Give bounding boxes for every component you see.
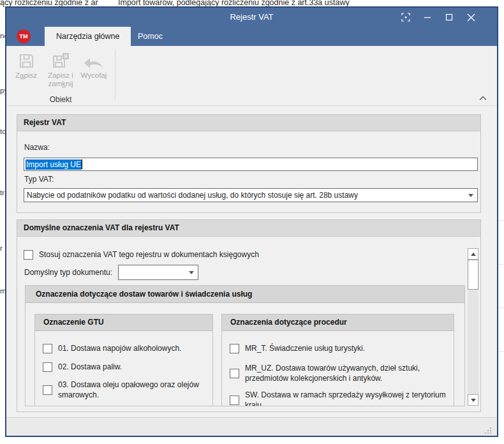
procedure-item-row[interactable]: MR_UZ. Dostawa towarów używanych, dzieł … (230, 363, 448, 383)
stosuj-oznaczenia-checkbox[interactable] (24, 250, 33, 260)
close-button[interactable] (460, 8, 482, 27)
typ-vat-label: Typ VAT: (24, 175, 54, 184)
titlebar[interactable]: Rejestr VAT (6, 8, 497, 27)
resize-grip[interactable] (490, 427, 491, 429)
background-left-strip: ne py to tr r m (0, 0, 5, 444)
text-caret (82, 159, 82, 169)
procedure-item-row[interactable]: MR_T. Świadczenie usług turystyki. (230, 343, 448, 353)
save-and-close-button[interactable]: Zapisz i zamknij (43, 50, 78, 94)
mr-uz-checkbox[interactable] (230, 369, 239, 378)
undo-button[interactable]: Wycofaj (75, 50, 112, 94)
group-rejestr-vat: Rejestr VAT Nazwa: Import usług UE Typ V… (17, 114, 481, 213)
panel-oznaczenia-procedur: Oznaczenia dotyczące procedur MR_T. Świa… (221, 314, 454, 406)
background-text-fragment: to (0, 128, 5, 135)
checkbox-label: 01. Dostawa napojów alkoholowych. (58, 343, 181, 353)
panel-header: Oznaczenia dotyczące procedur (222, 314, 454, 331)
ribbon-tab-row: TM Narzędzia główne Pomoc (6, 27, 497, 46)
save-label: Zapisz (11, 71, 41, 80)
typ-vat-select[interactable]: Nabycie od podatników podatku od wartośc… (24, 188, 478, 202)
panel-oznaczenie-gtu: Oznaczenie GTU 01. Dostawa napojów alkoh… (34, 314, 213, 406)
domyslny-typ-dokumentu-label: Domyślny typ dokumentu: (24, 268, 112, 277)
section-header: Oznaczenia dotyczące dostaw towarów i św… (26, 286, 464, 303)
background-text-fragment: m (0, 287, 5, 295)
scroll-up-button[interactable] (468, 248, 478, 260)
section-oznaczenia-dostaw: Oznaczenia dotyczące dostaw towarów i św… (25, 285, 465, 406)
group-header: Rejestr VAT (17, 115, 480, 131)
background-text-fragment: tr (0, 189, 4, 196)
mr-t-checkbox[interactable] (230, 344, 239, 353)
group-domyslne-oznaczenia: Domyślne oznaczenia VAT dla rejestru VAT… (17, 219, 481, 412)
ribbon: Zapisz Zapisz i zamknij (6, 46, 497, 106)
save-and-close-icon (43, 50, 78, 69)
scroll-down-button[interactable] (468, 394, 478, 406)
vertical-scrollbar[interactable] (468, 248, 478, 406)
typ-vat-selected-value: Nabycie od podatników podatku od wartośc… (27, 191, 358, 200)
domyslny-typ-dokumentu-select[interactable] (118, 265, 198, 280)
sw-checkbox[interactable] (230, 396, 239, 405)
nazwa-label: Nazwa: (24, 143, 50, 152)
gtu-item-row[interactable]: 03. Dostawa oleju opałowego oraz olejów … (43, 380, 207, 400)
status-bar (6, 417, 497, 436)
collapse-ribbon-icon[interactable] (478, 94, 488, 103)
save-icon (11, 50, 41, 69)
background-text-fragment: ne (0, 32, 5, 40)
triangle-down-icon (471, 399, 476, 402)
group-header: Domyślne oznaczenia VAT dla rejestru VAT (17, 220, 480, 237)
stosuj-oznaczenia-row[interactable]: Stosuj oznaczenia VAT tego rejestru w do… (24, 249, 259, 260)
background-text-fragment: py (0, 87, 5, 94)
minimize-button[interactable] (417, 8, 438, 27)
save-and-close-label: Zapisz i zamknij (43, 71, 78, 88)
gtu-02-checkbox[interactable] (43, 362, 52, 372)
undo-label: Wycofaj (75, 71, 112, 80)
gtu-03-checkbox[interactable] (43, 385, 52, 395)
panel-header: Oznaczenie GTU (35, 314, 212, 331)
save-button[interactable]: Zapisz (11, 50, 41, 94)
dialog-content: Rejestr VAT Nazwa: Import usług UE Typ V… (6, 106, 497, 417)
app-logo[interactable]: TM (17, 29, 31, 43)
undo-icon (75, 50, 112, 69)
checkbox-label: Stosuj oznaczenia VAT tego rejestru w do… (39, 249, 259, 260)
checkbox-label: MR_T. Świadczenie usług turystyki. (245, 343, 365, 353)
scrollbar-thumb[interactable] (468, 260, 478, 290)
focus-mode-icon[interactable] (395, 8, 417, 27)
window-controls (395, 8, 482, 27)
ribbon-group-separator (115, 49, 115, 101)
checkbox-label: 02. Dostawa paliw. (58, 362, 122, 372)
gtu-01-checkbox[interactable] (43, 344, 52, 353)
checkbox-label: SW. Dostawa w ramach sprzedaży wysyłkowe… (245, 390, 448, 406)
triangle-up-icon (471, 253, 476, 256)
procedure-item-row[interactable]: SW. Dostawa w ramach sprzedaży wysyłkowe… (230, 390, 448, 406)
nazwa-input[interactable]: Import usług UE (24, 158, 478, 171)
rejestr-vat-window: Rejestr VAT (5, 6, 498, 437)
gtu-item-row[interactable]: 01. Dostawa napojów alkoholowych. (43, 343, 207, 353)
background-right-strip (499, 0, 504, 444)
background-text-fragment: r (0, 244, 3, 252)
chevron-down-icon (189, 271, 194, 274)
ribbon-group-label: Obiekt (6, 95, 115, 104)
gtu-item-row[interactable]: 02. Dostawa paliw. (43, 362, 207, 372)
checkbox-label: 03. Dostawa oleju opałowego oraz olejów … (58, 380, 207, 400)
tab-narzedzia-glowne[interactable]: Narzędzia główne (45, 27, 131, 46)
nazwa-input-selected-text: Import usług UE (26, 159, 82, 170)
maximize-button[interactable] (438, 8, 460, 27)
checkbox-label: MR_UZ. Dostawa towarów używanych, dzieł … (245, 363, 448, 383)
tab-pomoc[interactable]: Pomoc (126, 27, 174, 46)
chevron-down-icon (468, 194, 473, 197)
